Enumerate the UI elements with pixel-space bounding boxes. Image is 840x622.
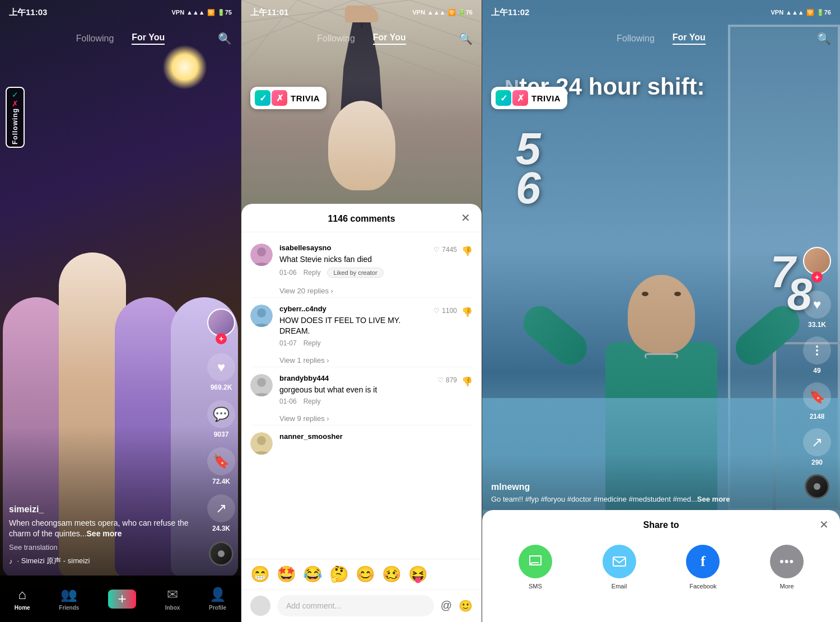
nav-friends-1[interactable]: 👥 Friends: [59, 587, 79, 611]
save-icon-3[interactable]: 🔖: [803, 382, 831, 410]
comment-input-icons: @ 🙂: [441, 599, 473, 612]
comment-reply-2[interactable]: Reply: [304, 339, 321, 347]
music-text-1: · Simeizi 原声 - simeizi: [17, 556, 90, 566]
comment-avatar-4[interactable]: [250, 432, 273, 455]
see-more-3[interactable]: See more: [697, 495, 730, 503]
email-icon[interactable]: [603, 545, 636, 578]
comment-input-field[interactable]: Add comment...: [277, 595, 434, 616]
share-sms[interactable]: SMS: [519, 545, 552, 590]
email-label: Email: [612, 583, 627, 590]
share-facebook[interactable]: f Facebook: [686, 545, 720, 590]
panel1-avatar-action[interactable]: +: [207, 308, 235, 344]
follow-plus-1[interactable]: +: [216, 333, 227, 344]
facebook-icon[interactable]: f: [686, 545, 720, 578]
panel3-username[interactable]: mlnewng: [491, 482, 795, 492]
emoji-6[interactable]: 🥴: [382, 565, 402, 583]
emoji-1[interactable]: 😁: [250, 565, 270, 583]
comment-username-2[interactable]: cyberr..c4ndy: [279, 305, 427, 313]
comment-date-2: 01-07: [279, 339, 297, 347]
trivia-badge-panel3[interactable]: ✓ ✗ TRIVIA: [491, 87, 567, 109]
emoji-4[interactable]: 🤔: [329, 565, 349, 583]
search-icon-3[interactable]: 🔍: [817, 32, 831, 45]
emoji-3[interactable]: 😂: [303, 565, 323, 583]
share-icon-3[interactable]: ↗: [803, 428, 831, 456]
comments-close-button[interactable]: ✕: [461, 211, 470, 225]
share-email[interactable]: Email: [603, 545, 636, 590]
share-more[interactable]: ••• More: [770, 545, 804, 590]
comment-placeholder: Add comment...: [286, 601, 341, 610]
dislike-icon-1[interactable]: 👎: [461, 246, 473, 256]
add-button-1[interactable]: +: [108, 590, 136, 609]
like-icon-3[interactable]: ♥: [803, 291, 831, 319]
foryou-tab-2[interactable]: For You: [373, 32, 406, 45]
following-tab-3[interactable]: Following: [617, 34, 655, 44]
comment-avatar-2[interactable]: [250, 305, 273, 327]
panel1-comment-action[interactable]: 💬 9037: [207, 400, 235, 438]
save-icon-1[interactable]: 🔖: [207, 447, 235, 475]
emoji-5[interactable]: 😊: [356, 565, 375, 583]
nav-profile-1[interactable]: 👤 Profile: [209, 587, 226, 611]
view-replies-3[interactable]: View 9 replies ›: [241, 412, 482, 425]
view-replies-1[interactable]: View 20 replies ›: [241, 284, 482, 297]
creator-avatar-1[interactable]: [207, 308, 235, 336]
share-close-button[interactable]: ✕: [819, 518, 829, 531]
see-translation-1[interactable]: See translation: [9, 543, 196, 551]
panel3-share-action[interactable]: ↗ 290: [803, 428, 831, 466]
like-icon-1[interactable]: ♥: [207, 353, 235, 381]
comment-icon-3[interactable]: [803, 336, 831, 364]
like-button-2[interactable]: ♡ 1100: [433, 307, 457, 315]
wifi-icon-1: 🛜: [207, 9, 215, 16]
comment-username-4[interactable]: nanner_smoosher: [279, 432, 473, 441]
panel3-save-action[interactable]: 🔖 2148: [803, 382, 831, 420]
comments-list: isabellesaysno What Stevie nicks fan die…: [241, 232, 482, 559]
emoji-2[interactable]: 🤩: [277, 565, 296, 583]
comment-avatar-1[interactable]: [250, 244, 273, 266]
view-replies-2[interactable]: View 1 replies ›: [241, 354, 482, 367]
nav-inbox-1[interactable]: ✉ Inbox: [165, 587, 180, 611]
share-icon-1[interactable]: ↗: [207, 494, 235, 522]
like-button-3[interactable]: ♡ 879: [437, 376, 457, 384]
panel3-like-action[interactable]: ♥ 33.1K: [803, 291, 831, 329]
see-more-1[interactable]: See more: [87, 529, 122, 538]
creator-avatar-3[interactable]: [803, 247, 831, 275]
follow-plus-3[interactable]: +: [811, 272, 823, 283]
foryou-tab-3[interactable]: For You: [673, 32, 706, 45]
panel3-avatar-action[interactable]: +: [803, 247, 831, 283]
comment-username-1[interactable]: isabellesaysno: [279, 244, 427, 252]
trivia-badge-panel1[interactable]: ✓ ✗ Following: [6, 87, 25, 148]
comment-username-3[interactable]: brandybby444: [279, 374, 431, 382]
emoji-picker-icon[interactable]: 🙂: [459, 599, 473, 612]
like-button-1[interactable]: ♡ 7445: [433, 246, 457, 254]
panel1-share-action[interactable]: ↗ 24.3K: [207, 494, 235, 532]
following-tab-1[interactable]: Following: [76, 34, 114, 44]
comment-icon-1[interactable]: 💬: [207, 400, 235, 428]
comment-avatar-3[interactable]: [250, 374, 273, 396]
emoji-7[interactable]: 😝: [408, 565, 428, 583]
search-icon-2[interactable]: 🔍: [459, 32, 473, 45]
comment-item-2: cyberr..c4ndy HOW DOES IT FEEL TO LIVE M…: [241, 298, 482, 354]
heart-icon-1: ♡: [433, 246, 440, 254]
eye-left: [642, 292, 648, 296]
home-icon-1: ⌂: [18, 587, 26, 602]
search-icon-1[interactable]: 🔍: [218, 32, 232, 45]
nav-home-1[interactable]: ⌂ Home: [15, 587, 30, 611]
at-icon[interactable]: @: [441, 599, 452, 612]
panel1-like-action[interactable]: ♥ 969.2K: [207, 353, 235, 391]
doctor-head: [628, 275, 695, 353]
foryou-tab-1[interactable]: For You: [132, 32, 165, 45]
comment-meta-3: 01-06 Reply: [279, 397, 431, 405]
following-tab-2[interactable]: Following: [317, 34, 355, 44]
trivia-label-p1: Following: [11, 108, 19, 144]
comment-reply-3[interactable]: Reply: [304, 397, 321, 405]
sms-icon[interactable]: [519, 545, 552, 578]
panel1-username[interactable]: simeizi_: [9, 504, 196, 515]
panel1-save-action[interactable]: 🔖 72.4K: [207, 447, 235, 485]
trivia-badge-2[interactable]: ✓ ✗ TRIVIA: [250, 87, 326, 109]
dislike-icon-3[interactable]: 👎: [461, 376, 473, 387]
more-icon[interactable]: •••: [770, 545, 804, 578]
comment-reply-1[interactable]: Reply: [304, 269, 321, 277]
battery-icon-3: 🔋76: [816, 9, 831, 16]
nav-add-1[interactable]: +: [108, 590, 136, 609]
dislike-icon-2[interactable]: 👎: [461, 307, 473, 317]
panel3-comment-action[interactable]: 49: [803, 336, 831, 375]
